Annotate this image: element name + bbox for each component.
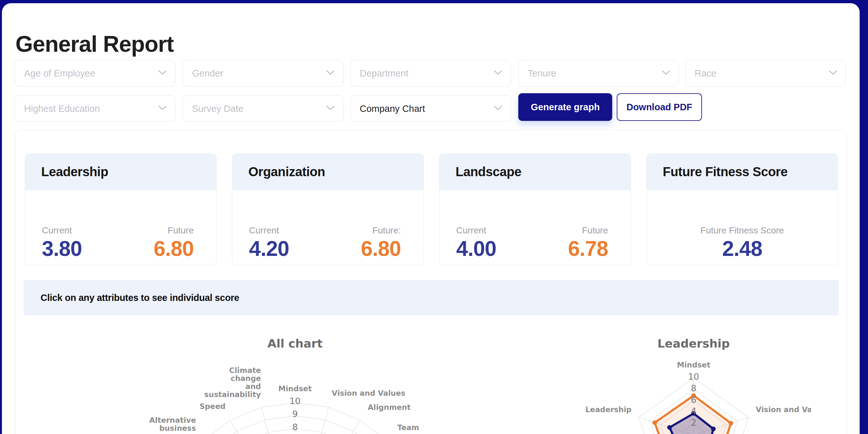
filter-highest-education-placeholder: Highest Education (24, 103, 100, 114)
svg-text:Mindset: Mindset (677, 361, 710, 369)
chevron-down-icon (326, 70, 335, 76)
future-value: 6.80 (154, 236, 194, 261)
download-pdf-button[interactable]: Download PDF (617, 93, 702, 121)
chevron-down-icon (158, 70, 167, 76)
svg-text:Mindset: Mindset (278, 385, 312, 393)
report-card: Leadership Current Future 3.80 6.80 Orga… (16, 130, 847, 434)
svg-text:10: 10 (688, 372, 699, 381)
scorecard-title: Landscape (456, 165, 521, 179)
filter-gender[interactable]: Gender (183, 60, 343, 87)
app-window: General Report Age of Employee Gender De… (0, 0, 868, 434)
filter-tenure-placeholder: Tenure (528, 68, 556, 79)
filter-survey-date-placeholder: Survey Date (192, 103, 244, 114)
scorecard-future-fitness: Future Fitness Score Future Fitness Scor… (646, 154, 838, 265)
future-label: Future (582, 225, 608, 236)
svg-text:6: 6 (691, 395, 696, 405)
filter-gender-placeholder: Gender (192, 68, 223, 79)
svg-text:Leadership: Leadership (585, 405, 631, 414)
filter-age-of-employee[interactable]: Age of Employee (15, 60, 175, 87)
chevron-down-icon (494, 70, 502, 76)
scorecard-organization: Organization Current Future: 4.20 6.80 (232, 154, 424, 265)
svg-text:8: 8 (691, 383, 696, 393)
svg-text:Speed: Speed (199, 402, 225, 410)
svg-text:10: 10 (289, 396, 301, 406)
current-label: Current (249, 225, 279, 236)
scorecard-header: Organization (232, 154, 423, 190)
svg-text:Alignment: Alignment (368, 403, 410, 411)
generate-graph-button[interactable]: Generate graph (518, 93, 612, 121)
scorecard-header: Landscape (439, 154, 630, 190)
current-value: 4.20 (249, 236, 289, 261)
svg-text:Leadership: Leadership (658, 337, 730, 350)
current-value: 4.00 (456, 236, 496, 261)
chevron-down-icon (494, 106, 502, 112)
filter-survey-date[interactable]: Survey Date (183, 96, 343, 122)
future-label: Future: (372, 225, 401, 236)
svg-text:2: 2 (691, 418, 696, 428)
filter-department-placeholder: Department (360, 68, 409, 79)
leadership-radar[interactable]: 108642MindsetVision and ValuesLeadership… (576, 335, 811, 434)
scorecard-leadership: Leadership Current Future 3.80 6.80 (25, 154, 217, 265)
filter-department[interactable]: Department (350, 60, 511, 87)
svg-text:Vision and Values: Vision and Values (332, 389, 405, 397)
filter-race[interactable]: Race (685, 60, 846, 87)
current-label: Current (456, 225, 486, 236)
scorecard-header: Future Fitness Score (647, 154, 838, 190)
banner-text: Click on any attributes to see individua… (40, 293, 239, 303)
chart-type-value: Company Chart (360, 103, 425, 114)
future-value: 6.80 (361, 236, 401, 261)
svg-text:8: 8 (292, 422, 298, 432)
scorecard-title: Future Fitness Score (663, 165, 787, 179)
scorecard-header: Leadership (25, 154, 216, 190)
chart-type-select[interactable]: Company Chart (350, 96, 511, 122)
all-chart-radar[interactable]: 1098MindsetVision and ValuesAlignmentTea… (129, 335, 460, 434)
future-fitness-value: 2.48 (647, 236, 838, 261)
chevron-down-icon (662, 70, 670, 76)
filter-tenure[interactable]: Tenure (518, 60, 679, 87)
current-label: Current (42, 225, 72, 236)
page-title: General Report (16, 31, 174, 57)
filter-highest-education[interactable]: Highest Education (15, 96, 175, 122)
svg-text:Team: Team (397, 423, 419, 432)
attributes-info-banner: Click on any attributes to see individua… (24, 280, 839, 315)
svg-text:All chart: All chart (267, 337, 322, 350)
scorecard-title: Organization (248, 165, 325, 179)
scorecard-landscape: Landscape Current Future 4.00 6.78 (439, 154, 631, 265)
chevron-down-icon (326, 106, 335, 112)
chevron-down-icon (829, 70, 837, 76)
filter-race-placeholder: Race (694, 68, 716, 79)
svg-text:Alternativebusiness: Alternativebusiness (149, 416, 196, 432)
svg-text:Climatechangeandsustainability: Climatechangeandsustainability (204, 366, 261, 399)
future-value: 6.78 (568, 236, 608, 261)
future-fitness-label: Future Fitness Score (647, 225, 838, 236)
filter-age-of-employee-placeholder: Age of Employee (24, 68, 95, 79)
svg-text:Vision and Values: Vision and Values (756, 405, 811, 414)
future-label: Future (167, 225, 194, 236)
svg-text:4: 4 (691, 406, 696, 416)
content-sheet: General Report Age of Employee Gender De… (2, 3, 860, 434)
current-value: 3.80 (42, 236, 82, 261)
svg-text:9: 9 (292, 409, 298, 419)
chevron-down-icon (158, 106, 167, 112)
scorecard-title: Leadership (41, 165, 108, 179)
